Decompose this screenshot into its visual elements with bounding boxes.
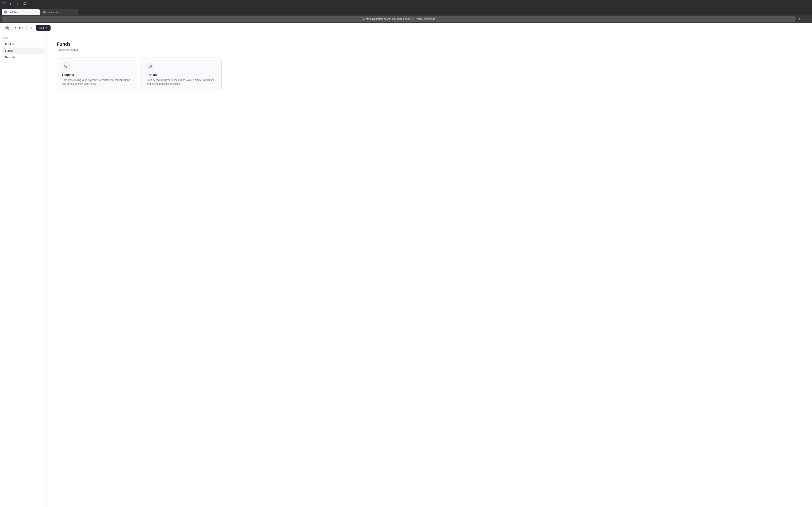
- protect-description: Earn by reducing your exposure to volati…: [147, 78, 216, 86]
- content-area: Funds A list of our funds. Flagship Earn…: [47, 33, 812, 507]
- sidebar: App Portfolio Funds Records: [0, 33, 47, 507]
- guide-nav-link[interactable]: Guide: [15, 26, 23, 30]
- sidebar-item-portfolio[interactable]: Portfolio: [2, 41, 45, 48]
- flagship-icon: [62, 62, 69, 70]
- settings-icon: ✦: [30, 26, 33, 30]
- address-bar-text: ethtokyoproject-client-2hm5im4ob-dssd100…: [366, 17, 435, 20]
- nav-settings-button[interactable]: ✦: [30, 26, 33, 30]
- fund-card-protect[interactable]: Protect Earn by reducing your exposure t…: [141, 57, 221, 91]
- svg-rect-1: [24, 2, 26, 4]
- page-title: Funds: [57, 41, 802, 47]
- sidebar-toggle-icon[interactable]: [2, 3, 6, 5]
- sidebar-item-portfolio-label: Portfolio: [5, 43, 15, 46]
- browser-controls: [2, 3, 6, 5]
- app-logo[interactable]: [4, 25, 10, 31]
- refresh-button[interactable]: ↻: [797, 16, 803, 22]
- sidebar-item-funds[interactable]: Funds: [2, 48, 45, 54]
- fund-card-flagship[interactable]: Flagship Earn by reducing your exposure …: [57, 57, 137, 91]
- svg-point-4: [5, 12, 6, 13]
- protect-name: Protect: [147, 73, 216, 76]
- tab-1-favicon: [4, 11, 7, 13]
- tab-1-label: undefined: [9, 11, 37, 13]
- new-window-button[interactable]: [22, 1, 28, 7]
- protect-icon: [147, 62, 154, 70]
- flagship-name: Flagship: [62, 73, 132, 76]
- tab-1[interactable]: undefined: [2, 9, 40, 15]
- lock-icon: 🔒: [362, 18, 365, 20]
- forward-button[interactable]: ›: [15, 1, 20, 7]
- sidebar-item-records-label: Records: [5, 56, 15, 59]
- flagship-description: Earn by reducing your exposure to volati…: [62, 78, 132, 86]
- back-button[interactable]: ‹: [8, 1, 13, 7]
- top-nav: Guide ✦ Log In: [0, 23, 812, 33]
- page-subtitle: A list of our funds.: [57, 48, 802, 51]
- tab-2-favicon: [43, 11, 46, 13]
- sidebar-section-label: App: [0, 36, 46, 39]
- tab-2-label: undefined: [47, 11, 76, 13]
- login-button[interactable]: Log In: [36, 25, 50, 31]
- app-container: Guide ✦ Log In App Portfolio Funds Recor…: [0, 23, 812, 507]
- funds-grid: Flagship Earn by reducing your exposure …: [57, 57, 221, 91]
- main-layout: App Portfolio Funds Records Funds A list…: [0, 33, 812, 507]
- tab-2[interactable]: undefined: [40, 9, 78, 15]
- sidebar-item-records[interactable]: Records: [2, 54, 45, 61]
- sidebar-item-funds-label: Funds: [5, 49, 13, 52]
- svg-point-5: [43, 11, 45, 13]
- new-tab-button[interactable]: +: [804, 16, 810, 22]
